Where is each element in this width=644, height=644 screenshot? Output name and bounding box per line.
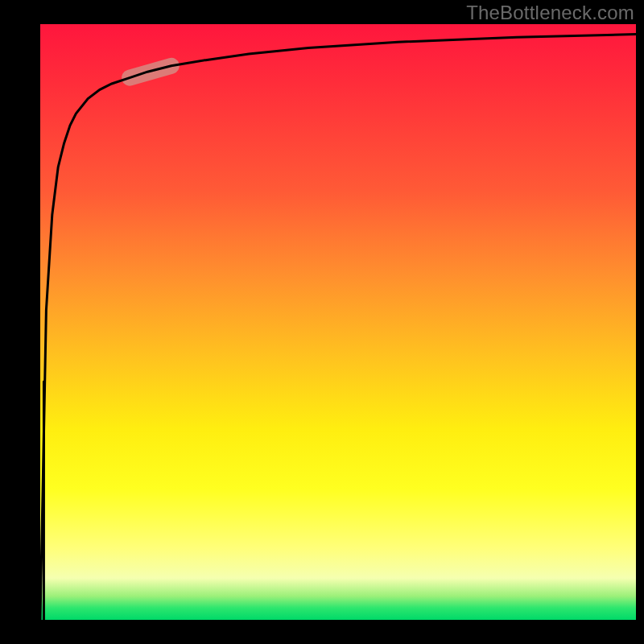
- bottleneck-curve: [40, 35, 636, 620]
- watermark-text: TheBottleneck.com: [466, 2, 634, 24]
- curve-layer: [40, 24, 636, 620]
- plot-area: [40, 24, 636, 620]
- chart-frame: TheBottleneck.com: [0, 0, 644, 644]
